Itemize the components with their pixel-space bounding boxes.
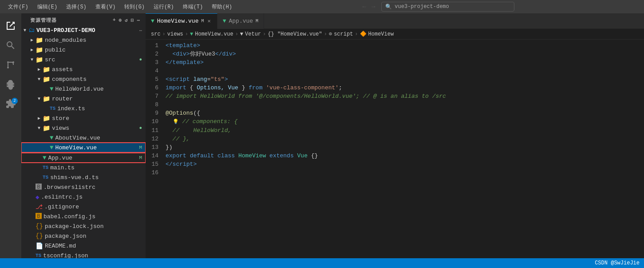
breadcrumb-views[interactable]: views — [167, 31, 183, 37]
breadcrumb-vetur-icon: ▼ — [240, 31, 243, 37]
menu-item[interactable]: 运行(R) — [150, 2, 178, 12]
sidebar-item-babel[interactable]: ▶ 🅱 babel.config.js — [21, 212, 146, 221]
sidebar-item-browserslist[interactable]: ▶ 🅱 .browserslistrc — [21, 182, 146, 192]
code-line-15: 15 </script> — [146, 160, 644, 168]
menu-item[interactable]: 查看(V) — [92, 2, 119, 12]
activity-explorer-icon[interactable] — [2, 17, 20, 35]
breadcrumb: src › views › ▼ HomeView.vue › ▼ Vetur ›… — [146, 29, 644, 40]
menu-item[interactable]: 终端(T) — [179, 2, 207, 12]
search-bar[interactable]: 🔍 vue3-project-demo — [381, 2, 514, 12]
breadcrumb-script[interactable]: script — [334, 31, 353, 37]
breadcrumb-homeview-class[interactable]: HomeView — [368, 31, 394, 37]
breadcrumb-vetur[interactable]: Vetur — [245, 31, 261, 37]
sidebar-header-icons[interactable]: + ⊕ ↺ ⊟ ⋯ — [113, 17, 140, 23]
code-line-2: 2 <div>你好Vue3</div> — [146, 50, 644, 58]
sidebar-item-router[interactable]: ▼ 📁 router — [21, 94, 146, 104]
sidebar-item-store[interactable]: ▶ 📁 store — [21, 113, 146, 123]
breadcrumb-homeview[interactable]: HomeView.vue — [195, 31, 233, 37]
search-text: vue3-project-demo — [395, 4, 449, 10]
tab-appvue-label: App.vue — [229, 18, 253, 24]
code-line-14: 14 export default class HomeView extends… — [146, 152, 644, 160]
sidebar-item-aboutview[interactable]: ▶ ▼ AboutView.vue — [21, 133, 146, 143]
sidebar-item-views[interactable]: ▼ 📁 views ● — [21, 123, 146, 133]
sidebar-item-readme[interactable]: ▶ 📄 README.md — [21, 241, 146, 251]
code-line-5: 5 <script lang="ts"> — [146, 75, 644, 84]
status-bar-right-text: CSDN @SwJieJie — [595, 260, 640, 266]
sidebar-item-project-root[interactable]: ▼ 🗂 VUE3-PROJECT-DEMO ⋯ — [21, 25, 146, 35]
menu-item[interactable]: 选择(S) — [63, 2, 90, 12]
sidebar-item-index-ts[interactable]: ▶ TS index.ts — [21, 104, 146, 113]
breadcrumb-homeview-icon: ▼ — [190, 31, 193, 37]
sidebar-item-shims[interactable]: ▶ TS shims-vue.d.ts — [21, 172, 146, 182]
code-editor[interactable]: 1 <template> 2 <div>你好Vue3</div> 3 </tem… — [146, 40, 644, 258]
code-line-8: 8 — [146, 100, 644, 109]
activity-bar: 2 — [0, 13, 21, 258]
main-layout: 2 资源管理器 + ⊕ ↺ ⊟ ⋯ ▼ 🗂 VUE3-PROJECT-DEMO … — [0, 13, 644, 258]
sidebar-item-public[interactable]: ▶ 📁 public — [21, 45, 146, 55]
menu-item[interactable]: 文件(F) — [4, 2, 32, 12]
editor-area: ▼ HomeView.vue M ✕ ▼ App.vue M src › vie… — [146, 13, 644, 258]
activity-search-icon[interactable] — [2, 36, 20, 54]
sidebar-item-eslint[interactable]: ▶ ◆ .eslintrc.js — [21, 192, 146, 202]
activity-git-icon[interactable] — [2, 56, 20, 74]
tab-homeview-label: HomeView.vue — [157, 18, 199, 24]
menu-item[interactable]: 编辑(E) — [34, 2, 61, 12]
breadcrumb-component[interactable]: {} "HomeView.vue" — [268, 31, 322, 37]
breadcrumb-at-icon: ⊙ — [329, 31, 332, 37]
code-line-7: 7 // import HelloWorld from '@/component… — [146, 92, 644, 100]
code-line-4: 4 — [146, 67, 644, 75]
sidebar: 资源管理器 + ⊕ ↺ ⊟ ⋯ ▼ 🗂 VUE3-PROJECT-DEMO ⋯ … — [21, 13, 146, 258]
svg-point-0 — [7, 61, 9, 63]
titlebar: 文件(F)编辑(E)选择(S)查看(V)转到(G)运行(R)终端(T)帮助(H)… — [0, 0, 644, 13]
sidebar-title: 资源管理器 — [30, 17, 57, 24]
menu-item[interactable]: 帮助(H) — [208, 2, 236, 12]
new-folder-icon[interactable]: ⊕ — [119, 17, 122, 23]
sidebar-item-homeview[interactable]: ▶ ▼ HomeView.vue M — [21, 143, 146, 152]
tab-appvue-icon: ▼ — [223, 18, 226, 24]
sidebar-item-packagelock[interactable]: ▶ {} package-lock.json — [21, 221, 146, 231]
code-line-11: 11 // HelloWorld, — [146, 126, 644, 135]
code-line-12: 12 // }, — [146, 135, 644, 143]
titlebar-center: ← → 🔍 vue3-project-demo — [236, 2, 640, 12]
nav-forward-button[interactable]: → — [370, 2, 377, 11]
tab-homeview-close[interactable]: ✕ — [206, 17, 211, 25]
collapse-icon[interactable]: ⊟ — [131, 17, 134, 23]
sidebar-item-assets[interactable]: ▶ 📁 assets — [21, 64, 146, 74]
sidebar-content: ▼ 🗂 VUE3-PROJECT-DEMO ⋯ ▶ 📁 node_modules… — [21, 25, 146, 258]
tab-bar: ▼ HomeView.vue M ✕ ▼ App.vue M — [146, 13, 644, 29]
menu-item[interactable]: 转到(G) — [121, 2, 148, 12]
tab-homeview-icon: ▼ — [151, 18, 154, 24]
breadcrumb-src[interactable]: src — [151, 31, 161, 37]
code-line-16: 16 — [146, 168, 644, 177]
sidebar-item-tsconfig[interactable]: ▶ TS tsconfig.json — [21, 251, 146, 258]
code-line-9: 9 @Options({ — [146, 109, 644, 117]
sidebar-item-node-modules[interactable]: ▶ 📁 node_modules — [21, 35, 146, 45]
refresh-icon[interactable]: ↺ — [125, 17, 128, 23]
code-line-1: 1 <template> — [146, 41, 644, 50]
sidebar-item-appvue[interactable]: ▶ ▼ App.vue M — [21, 153, 146, 163]
nav-back-button[interactable]: ← — [361, 2, 368, 11]
search-icon: 🔍 — [385, 4, 392, 10]
svg-point-1 — [7, 67, 9, 68]
breadcrumb-class-icon: 🔶 — [360, 31, 367, 37]
sidebar-item-src[interactable]: ▼ 📁 src ● — [21, 55, 146, 64]
sidebar-item-package[interactable]: ▶ {} package.json — [21, 231, 146, 241]
activity-extensions-icon[interactable]: 2 — [2, 95, 20, 113]
code-line-3: 3 </template> — [146, 58, 644, 67]
more-icon[interactable]: ⋯ — [137, 17, 140, 23]
status-bar: CSDN @SwJieJie — [0, 258, 644, 268]
activity-debug-icon[interactable] — [2, 76, 20, 93]
nav-arrows: ← → — [361, 2, 377, 11]
new-file-icon[interactable]: + — [113, 17, 116, 23]
code-line-6: 6 import { Options, Vue } from 'vue-clas… — [146, 84, 644, 92]
code-line-10: 10 💡 // components: { — [146, 117, 644, 126]
sidebar-item-components[interactable]: ▼ 📁 components — [21, 74, 146, 84]
tab-homeview[interactable]: ▼ HomeView.vue M ✕ — [146, 13, 217, 29]
tab-appvue[interactable]: ▼ App.vue M — [217, 13, 264, 29]
menu-bar[interactable]: 文件(F)编辑(E)选择(S)查看(V)转到(G)运行(R)终端(T)帮助(H) — [4, 2, 236, 12]
sidebar-item-helloworld[interactable]: ▶ ▼ HelloWorld.vue — [21, 84, 146, 94]
code-line-13: 13 }) — [146, 143, 644, 152]
sidebar-item-main-ts[interactable]: ▶ TS main.ts — [21, 163, 146, 172]
sidebar-header: 资源管理器 + ⊕ ↺ ⊟ ⋯ — [21, 13, 146, 25]
sidebar-item-gitignore[interactable]: ▶ ⎇ .gitignore — [21, 202, 146, 212]
